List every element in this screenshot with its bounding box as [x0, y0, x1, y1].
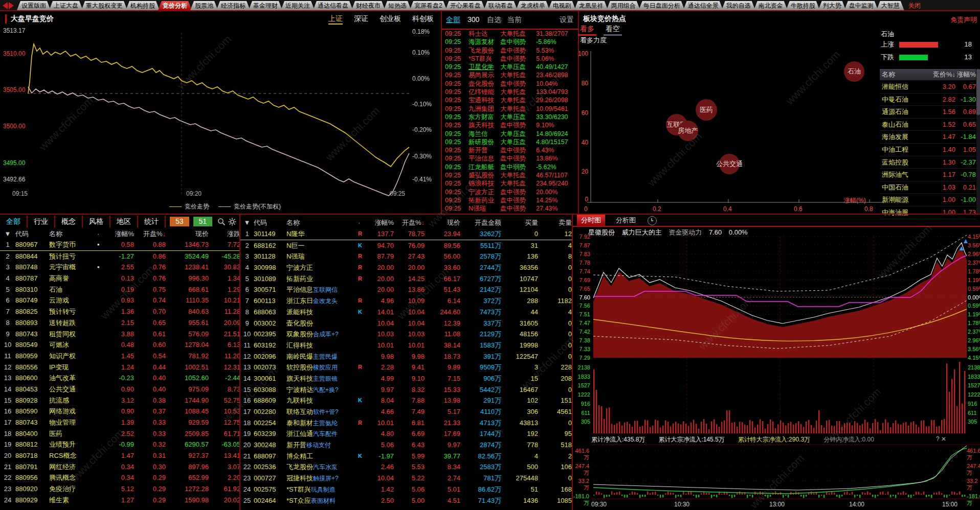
quote-row[interactable]: 09:25卫星化学大单压盘40.49/1427	[442, 63, 578, 71]
menu-tab-设置版面[interactable]: 设置版面	[17, 1, 51, 10]
auction-stock-row[interactable]: 4300998宁波方正R20.0020.0033.602744万363560	[240, 262, 572, 273]
quote-filter-全部[interactable]: 全部	[446, 15, 460, 25]
auction-stock-row[interactable]: 24002575*ST群兴玩具制造1.425.065.0186.62万51168	[240, 484, 572, 495]
index-tab-深证[interactable]: 深证	[354, 14, 368, 22]
menu-tab-股票池[interactable]: 股票池	[190, 1, 218, 10]
sector-index-row[interactable]: 6880749云游戏0.930.741110.3510.21	[0, 295, 239, 306]
menu-tab-我的自选[interactable]: 我的自选	[722, 1, 755, 10]
quote-row[interactable]: 09:25东方财富大单压盘33.30/6230	[442, 113, 578, 121]
menu-tab-重大股权变更[interactable]: 重大股权变更	[81, 1, 127, 10]
col-header-名称[interactable]: 名称	[286, 217, 358, 228]
quote-row[interactable]: 09:25新研股份大单压盘4.80/15157	[442, 138, 578, 146]
menu-tab-通达信全景[interactable]: 通达信全景	[683, 1, 723, 10]
sector-stock-row[interactable]: 泰山石油1.520.65	[880, 119, 976, 131]
col-header-卖量[interactable]: 卖量	[538, 217, 572, 228]
quote-row[interactable]: 09:25壶化股份盘中强势10.04%	[442, 80, 578, 88]
sector-stock-row[interactable]: 潜能恒信3.200.67	[880, 81, 976, 94]
quote-row[interactable]: 09:25宁波方正盘中强势20.00%	[442, 188, 578, 196]
auction-stock-row[interactable]: 23000727冠捷科技触摸屏+?10.045.222.74781万275448…	[240, 473, 572, 484]
filter-tab-全部[interactable]: 全部	[0, 216, 28, 227]
sector-col-header[interactable]: 名称	[880, 69, 924, 80]
auction-stock-row[interactable]: 21688097博众精工K-1.975.9939.7782.56万42	[240, 451, 572, 462]
sector-index-row[interactable]: 9880743租赁同权3.880.61576.0921.51	[0, 329, 239, 340]
sector-bubble-医药[interactable]: 医药	[696, 99, 717, 121]
sector-stock-row[interactable]: 海油发展1.47-1.84	[880, 131, 976, 144]
menu-tab-经济指标[interactable]: 经济指标	[216, 1, 250, 10]
menu-tab-开心果看盘[interactable]: 开心果看盘	[446, 1, 485, 10]
col-header-·[interactable]: ·	[97, 228, 104, 239]
col-header-开盘%↓[interactable]: 开盘%↓	[394, 217, 425, 228]
quote-row[interactable]: 09:25飞龙股份盘中强势5.53%	[442, 47, 578, 55]
menu-tab-龙虎榜单[interactable]: 龙虎榜单	[516, 1, 550, 10]
col-header-·[interactable]: ·	[358, 217, 365, 228]
sector-bubble-石油[interactable]: 石油	[844, 61, 864, 82]
auction-stock-row[interactable]: 6300571平治信息互联网信20.0013.8651.432142万12104…	[240, 284, 572, 295]
sector-index-row[interactable]: 16880590网络游戏0.900.371088.4510.53	[0, 406, 239, 417]
sector-index-row[interactable]: 8880893送转超跌2.150.65955.6120.09	[0, 317, 239, 329]
index-tab-科创板[interactable]: 科创板	[412, 14, 434, 22]
sector-stock-row[interactable]: 通源石油1.560.89	[880, 106, 976, 119]
sector-stock-row[interactable]: 新潮能源1.00-1.00	[880, 194, 976, 206]
menu-tab-近期关注[interactable]: 近期关注	[281, 1, 315, 10]
search-icon[interactable]	[217, 218, 226, 226]
menu-tab-上证大盘[interactable]: 上证大盘	[49, 1, 83, 10]
sector-col-header[interactable]: 涨幅%	[955, 69, 976, 80]
menu-tab-机构持股[interactable]: 机构持股	[126, 1, 160, 10]
sector-col-header[interactable]: 竞价%↓	[924, 69, 955, 80]
quote-row[interactable]: 09:25海源复材盘中弱势-5.86%	[442, 38, 578, 46]
count-badge[interactable]: 53	[170, 217, 189, 226]
menu-tab-电视剧[interactable]: 电视剧	[548, 1, 576, 10]
quote-row[interactable]: 09:25科士达大单托盘31.38/2707	[442, 30, 578, 38]
flow-close-icon[interactable]: ✕	[941, 435, 946, 443]
auction-stock-row[interactable]: 17002280联络互动软件+管?4.667.495.174110万306456…	[240, 406, 572, 418]
menu-tab-竞价分析[interactable]: 竞价分析	[158, 1, 192, 10]
quote-row[interactable]: 09:25盛弘股份大单托盘46.57/1107	[442, 171, 578, 179]
quote-row[interactable]: 09:25新开普盘中强势6.43%	[442, 146, 578, 154]
quote-filter-自选[interactable]: 自选	[487, 15, 501, 25]
sector-stock-row[interactable]: 中国石油1.030.21	[880, 181, 976, 194]
sector-index-row[interactable]: 24880929维生素1.270.291590.9820.02	[0, 495, 239, 506]
auction-stock-row[interactable]: 14300061旗天科技主营眼镜4.999.107.15906万15208	[240, 373, 572, 384]
auction-stock-row[interactable]: 13002073软控股份橡胶应用R2.289.419.899509万3228	[240, 362, 572, 373]
sector-index-row[interactable]: 23880920免疫治疗5.120.291272.2861.92	[0, 483, 239, 495]
sector-index-row[interactable]: 15880928抗流感3.120.381744.9052.75	[0, 395, 239, 406]
col-header-涨幅%[interactable]: 涨幅%	[104, 228, 134, 239]
menu-tab-判大势[interactable]: 判大势	[818, 1, 846, 10]
sector-index-row[interactable]: 1880967数字货币▪0.580.881346.737.72	[0, 239, 239, 251]
menu-tab-财经夜市[interactable]: 财经夜市	[351, 1, 385, 10]
flow-help-icon[interactable]: ? ✕	[936, 435, 960, 443]
col-header-开盘%↓[interactable]: 开盘%↓	[134, 228, 166, 239]
auction-stock-row[interactable]: 1301149N隆华R137.778.7523.943262万012	[240, 228, 572, 240]
auction-stock-row[interactable]: 11603192汇得科技10.0110.0138.141583万199980	[240, 340, 572, 351]
menu-tab-联动看盘[interactable]: 联动看盘	[484, 1, 518, 10]
disclaimer-link[interactable]: 免责声明	[950, 15, 977, 25]
filter-tab-地区[interactable]: 地区	[110, 216, 138, 227]
menu-tab-通达信看盘[interactable]: 通达信看盘	[313, 1, 353, 10]
quote-row[interactable]: 09:25易尚展示大单托盘23.46/2898	[442, 71, 578, 79]
auction-stock-row[interactable]: 16688609九联科技K8.047.8813.98291万102151	[240, 395, 572, 406]
sector-index-row[interactable]: 2880844预计扭亏-1.270.863524.49-45.28	[0, 251, 239, 262]
menu-tab-龙凰呈祥[interactable]: 龙凰呈祥	[574, 1, 608, 10]
quote-row[interactable]: 09:25宝通科技大单托盘29.26/2098	[442, 96, 578, 104]
auction-stock-row[interactable]: 18002254泰和新材主营氨纶R10.016.8121.334713万4381…	[240, 418, 572, 429]
sector-index-row[interactable]: 22880956腾讯概念0.340.29652.992.20	[0, 472, 239, 483]
sector-index-row[interactable]: 21880791网红经济0.340.30897.963.07	[0, 461, 239, 473]
sector-bubble-房地产[interactable]: 房地产	[678, 121, 698, 141]
quote-row[interactable]: 09:25旗天科技盘中强势9.10%	[442, 121, 578, 129]
sector-index-row[interactable]: 11880959知识产权1.450.54781.9211.20	[0, 351, 239, 362]
index-tab-上证[interactable]: 上证	[328, 14, 343, 25]
col-header-买量[interactable]: 买量	[501, 217, 538, 228]
sector-index-row[interactable]: 19880812业绩预升-0.990.326290.57-63.05	[0, 439, 239, 450]
menu-tab-南北资金[interactable]: 南北资金	[754, 1, 788, 10]
gear-icon[interactable]	[228, 218, 236, 226]
sector-index-row[interactable]: 5880310石油0.190.75668.611.29	[0, 284, 239, 295]
sector-index-row[interactable]: 20880718RCS概念1.470.31927.3713.41	[0, 450, 239, 461]
col-header-现价[interactable]: 现价	[425, 217, 460, 228]
sector-bubble-公共交通[interactable]: 公共交通	[719, 154, 740, 174]
col-header-代码[interactable]: 代码	[254, 217, 286, 228]
col-header-▼[interactable]: ▼	[240, 217, 254, 228]
sector-index-row[interactable]: 13880600油气改革-0.230.401052.60-2.44	[0, 373, 239, 384]
auction-stock-row[interactable]: 12002096南岭民爆主营民爆9.989.9818.73391万1225470	[240, 351, 572, 362]
auction-stock-row[interactable]: 2688162N巨一K94.7076.0989.565511万314	[240, 240, 572, 251]
col-header-现价[interactable]: 现价	[166, 228, 209, 239]
